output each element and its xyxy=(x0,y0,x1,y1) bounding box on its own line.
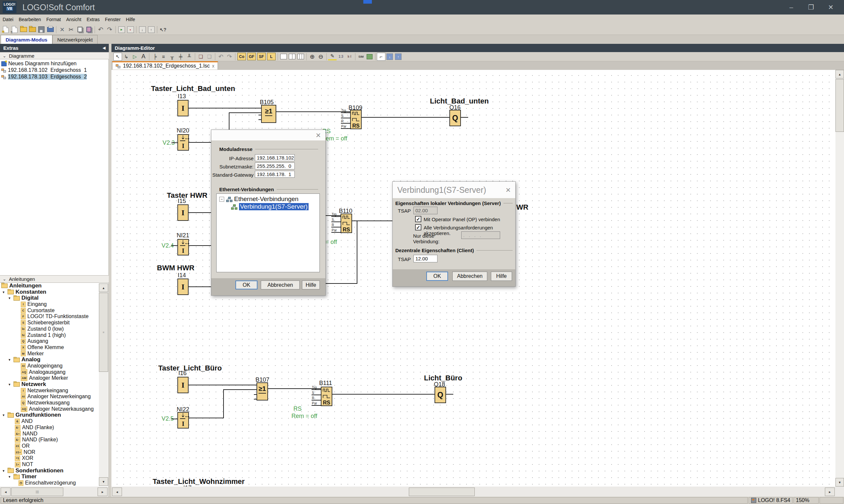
input-block-i14[interactable]: I xyxy=(177,278,188,295)
network-io-icon[interactable] xyxy=(365,53,374,61)
tree-item-zustand0[interactable]: loZustand 0 (low) xyxy=(0,326,108,332)
tree-item-not[interactable]: 1∘NOT xyxy=(0,462,108,468)
tree-item-and[interactable]: &AND xyxy=(0,418,108,425)
help-button[interactable]: Hilfe xyxy=(491,272,512,281)
text-tool-icon[interactable]: A xyxy=(139,53,148,61)
tree-item-analog[interactable]: ▾Analog xyxy=(0,357,108,363)
accept-all-checkbox[interactable]: ✓ xyxy=(415,224,421,230)
list-item-diagram-2[interactable]: 192.168.178.103 Erdgeschoss 2 xyxy=(0,73,108,80)
canvas-vscroll-track[interactable] xyxy=(836,70,844,487)
page-layout-1-icon[interactable] xyxy=(279,53,288,61)
tree-item-timer[interactable]: ▾Timer xyxy=(0,474,108,480)
basic-functions-button[interactable]: GF xyxy=(247,53,256,60)
download-from-device-icon[interactable]: ▪ xyxy=(126,25,135,34)
parameter-box-icon[interactable]: 1:3 xyxy=(337,53,345,61)
expander-icon[interactable]: ▾ xyxy=(8,474,12,480)
canvas-vscroll-thumb[interactable] xyxy=(836,79,844,132)
tree-item-analoger-netzwerkeingang[interactable]: AIAnaloger Netzwerkeingang xyxy=(0,394,108,400)
panel-splitter[interactable] xyxy=(109,44,111,497)
tab-close-icon[interactable]: x xyxy=(212,63,214,69)
tree-item-eingang[interactable]: IEingang xyxy=(0,301,108,308)
cut-icon[interactable]: ✂ xyxy=(67,25,75,34)
convert-icon[interactable]: k·I xyxy=(345,53,354,61)
redo-icon[interactable]: ↷ xyxy=(105,25,114,34)
connector-tool-icon[interactable]: ↳ xyxy=(122,53,130,61)
canvas-hscroll-right-button[interactable]: ▸ xyxy=(825,487,835,496)
tree-child-row[interactable]: Verbindung1(S7-Server) xyxy=(217,203,320,210)
op-connect-checkbox[interactable]: ✓ xyxy=(415,216,421,222)
transfer-down-icon[interactable]: ↓ xyxy=(138,25,147,34)
tree-scroll-down-button[interactable]: ▾ xyxy=(99,477,108,486)
left-hscroll-left-button[interactable]: ◂ xyxy=(1,487,11,496)
or-block-b107[interactable]: ≥1 xyxy=(256,382,268,400)
page-layout-3-icon[interactable] xyxy=(297,53,305,61)
redo-icon[interactable]: ↷ xyxy=(225,53,234,61)
import-connections-icon[interactable]: ↓ xyxy=(385,53,394,61)
menu-extras[interactable]: Extras xyxy=(84,15,103,24)
comment-tool-icon[interactable]: ✎ xyxy=(328,53,337,60)
tree-item-konstanten[interactable]: ▾Konstanten xyxy=(0,289,108,295)
dialog-title-bar[interactable]: × xyxy=(211,130,325,140)
undo-icon[interactable]: ↶ xyxy=(217,53,225,61)
logic-button[interactable]: L xyxy=(267,53,276,60)
tree-scroll-thumb[interactable]: ≡ xyxy=(99,293,108,372)
tree-item-nor[interactable]: ≥1∘NOR xyxy=(0,449,108,455)
expander-icon[interactable]: ▾ xyxy=(8,357,12,363)
send-to-back-icon[interactable]: ❏ xyxy=(205,53,214,61)
maximize-button[interactable]: ❐ xyxy=(801,1,821,14)
paste-icon[interactable] xyxy=(84,25,93,34)
tree-item-and-flanke[interactable]: &↑AND (Flanke) xyxy=(0,425,108,431)
polyline-wire-icon[interactable]: ⌐ xyxy=(377,53,385,61)
input-block-i13[interactable]: I xyxy=(177,100,188,116)
menu-format[interactable]: Format xyxy=(43,15,63,24)
tree-item-analoger-merker[interactable]: AMAnaloger Merker xyxy=(0,375,108,381)
left-hscroll-right-button[interactable]: ▸ xyxy=(97,487,107,496)
network-input-block-ni20[interactable]: I xyxy=(177,134,189,151)
ethernet-connections-tree[interactable]: − Ethernet-Verbindungen Verbindung1(S7-S… xyxy=(216,194,320,272)
new-file-variant-icon[interactable]: ± xyxy=(10,25,19,34)
minimize-button[interactable]: – xyxy=(782,1,801,14)
menu-ansicht[interactable]: Ansicht xyxy=(64,15,84,24)
expander-icon[interactable]: ▾ xyxy=(8,381,12,388)
close-button[interactable]: ✕ xyxy=(821,1,841,14)
tree-item-analogeingang[interactable]: AIAnalogeingang xyxy=(0,363,108,369)
expander-icon[interactable]: ▾ xyxy=(3,412,6,418)
canvas-scroll-down-button[interactable]: ▾ xyxy=(836,478,844,487)
tree-item-netzwerkeingang[interactable]: INetzwerkeingang xyxy=(0,388,108,394)
tree-item-schieberegisterbit[interactable]: SSchieberegisterbit xyxy=(0,320,108,326)
zoom-in-icon[interactable]: ⊕ xyxy=(308,53,317,61)
dialog-close-icon[interactable]: × xyxy=(316,131,321,140)
tab-netzwerkprojekt[interactable]: Netzwerkprojekt xyxy=(52,35,98,44)
context-help-icon[interactable]: ↖? xyxy=(159,25,167,34)
split-connector-tool-icon[interactable]: ▷ xyxy=(130,53,139,61)
bring-to-front-icon[interactable]: ❏ xyxy=(197,53,205,61)
transfer-up-icon[interactable]: ↑ xyxy=(147,25,156,34)
align-top-icon[interactable]: ╥ xyxy=(168,53,176,61)
ok-button[interactable]: OK xyxy=(426,272,448,281)
selection-tool-icon[interactable]: ↖ xyxy=(113,53,122,61)
open-file-icon[interactable] xyxy=(19,25,28,34)
pulse-relay-block-b110[interactable]: Trg S R Par RS xyxy=(341,214,352,233)
network-input-block-ni21[interactable]: I xyxy=(177,239,189,255)
align-middle-icon[interactable]: ╪ xyxy=(176,53,185,61)
tree-item-merker[interactable]: MMerker xyxy=(0,351,108,357)
delete-icon[interactable]: ✕ xyxy=(58,25,67,34)
tree-item-nand[interactable]: &∘NAND xyxy=(0,431,108,437)
tree-item-analoger-netzwerkausgang[interactable]: AQAnaloger Netzwerkausgang xyxy=(0,406,108,412)
pulse-relay-block-b109[interactable]: Trg S R Par RS xyxy=(350,110,362,129)
tab-diagramm-modus[interactable]: Diagramm-Modus xyxy=(1,35,52,44)
menu-hilfe[interactable]: Hilfe xyxy=(123,15,138,24)
tree-item-xor[interactable]: =1XOR xyxy=(0,455,108,462)
dialog-close-icon[interactable]: × xyxy=(506,185,511,194)
document-tab[interactable]: 192.168.178.102_Erdgeschoss_1.lsc x xyxy=(112,61,218,70)
constants-button[interactable]: Co xyxy=(237,53,246,60)
output-block-q16[interactable]: Q xyxy=(449,110,461,126)
open-from-device-icon[interactable] xyxy=(28,25,37,34)
list-item-diagram-1[interactable]: 192.168.178.102 Erdgeschoss 1 xyxy=(0,67,108,73)
tree-item-digital[interactable]: ▾Digital xyxy=(0,295,108,301)
tree-item-grundfunktionen[interactable]: ▾Grundfunktionen xyxy=(0,412,108,418)
cancel-button[interactable]: Abbrechen xyxy=(452,272,487,281)
tree-item-offene-klemme[interactable]: XOffene Klemme xyxy=(0,344,108,351)
output-block-q18[interactable]: Q xyxy=(434,386,446,403)
export-connections-icon[interactable]: ↑ xyxy=(394,53,402,61)
